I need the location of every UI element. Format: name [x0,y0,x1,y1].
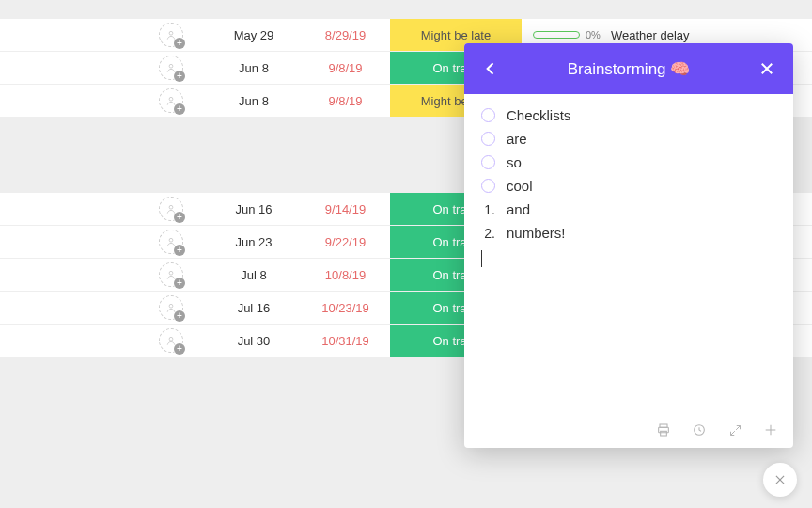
assign-cell: + [0,56,207,80]
plus-icon: + [174,245,185,256]
start-date: Jun 8 [207,61,301,75]
svg-line-14 [736,425,740,429]
checklist-item[interactable]: Checklists [481,103,776,127]
svg-line-15 [730,431,734,435]
start-date: Jul 30 [207,334,301,348]
brainstorming-panel: Brainstorming 🧠 Checklistsaresocool1.and… [464,43,793,448]
print-icon[interactable] [656,422,671,437]
svg-point-2 [169,97,173,101]
svg-point-4 [169,238,173,242]
start-date: Jun 23 [207,235,301,249]
assign-avatar[interactable]: + [159,88,183,113]
add-icon[interactable] [763,422,778,437]
assign-avatar[interactable]: + [159,230,183,254]
numbered-item[interactable]: 1.and [481,198,776,221]
note-cell: Weather delay [601,28,812,42]
plus-icon: + [174,212,185,223]
assign-cell: + [0,328,207,353]
due-date: 8/29/19 [301,28,390,42]
assign-cell: + [0,23,207,47]
due-date: 10/8/19 [301,268,390,282]
expand-icon[interactable] [727,422,742,437]
close-panel-button[interactable] [756,57,778,80]
plus-icon: + [174,38,185,49]
checklist-label: so [507,154,522,170]
due-date: 10/31/19 [301,334,390,348]
number-marker: 1. [481,202,495,217]
start-date: May 29 [207,28,301,42]
numbered-label: numbers! [507,225,566,241]
svg-point-6 [169,304,173,308]
assign-avatar[interactable]: + [159,197,183,221]
checklist-label: cool [507,178,533,194]
start-date: Jun 8 [207,94,301,108]
checklist-label: are [507,131,527,147]
assign-cell: + [0,197,207,221]
checklist-item[interactable]: cool [481,174,776,198]
checklist-label: Checklists [507,107,570,123]
assign-cell: + [0,230,207,254]
checkbox-icon[interactable] [481,132,495,146]
start-date: Jul 8 [207,268,301,282]
checkbox-icon[interactable] [481,108,495,122]
floating-close-button[interactable] [763,463,797,497]
numbered-item[interactable]: 2.numbers! [481,221,776,245]
checklist-item[interactable]: so [481,151,776,174]
progress-bar [533,31,580,39]
progress-cell: 0% [522,29,601,40]
panel-title: Brainstorming 🧠 [464,59,793,79]
svg-point-7 [169,337,173,341]
assign-avatar[interactable]: + [159,295,183,320]
plus-icon: + [174,71,185,82]
plus-icon: + [174,103,185,115]
numbered-label: and [507,201,530,217]
svg-point-1 [169,64,173,68]
checklist-item[interactable]: are [481,127,776,151]
plus-icon: + [174,343,185,355]
due-date: 9/8/19 [301,61,390,75]
svg-point-0 [169,31,173,35]
panel-footer [464,412,793,448]
plus-icon: + [174,278,185,289]
history-icon[interactable] [692,422,707,437]
checkbox-icon[interactable] [481,179,495,193]
start-date: Jun 16 [207,202,301,216]
assign-avatar[interactable]: + [159,23,183,47]
due-date: 9/8/19 [301,94,390,108]
assign-avatar[interactable]: + [159,262,183,287]
checkbox-icon[interactable] [481,155,495,169]
start-date: Jul 16 [207,301,301,315]
progress-pct: 0% [586,29,601,40]
assign-cell: + [0,262,207,287]
assign-avatar[interactable]: + [159,328,183,353]
back-button[interactable] [479,57,502,80]
due-date: 9/14/19 [301,202,390,216]
assign-avatar[interactable]: + [159,56,183,80]
svg-rect-12 [661,431,667,436]
svg-point-5 [169,271,173,275]
assign-cell: + [0,88,207,113]
due-date: 9/22/19 [301,235,390,249]
svg-point-3 [169,205,173,209]
assign-cell: + [0,295,207,320]
number-marker: 2. [481,226,495,241]
plus-icon: + [174,310,185,322]
panel-body[interactable]: Checklistsaresocool1.and2.numbers! [464,94,793,412]
panel-header: Brainstorming 🧠 [464,43,793,94]
due-date: 10/23/19 [301,301,390,315]
text-cursor [481,250,776,267]
